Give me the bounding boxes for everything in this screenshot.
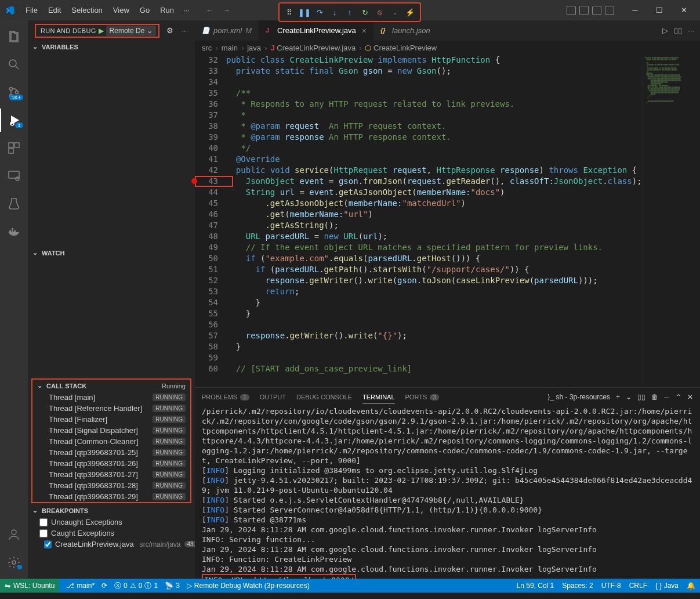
account-icon[interactable] (0, 523, 28, 546)
watch-section[interactable]: ⌄WATCH (28, 247, 195, 259)
panel-tab-ports[interactable]: PORTS3 (405, 394, 439, 400)
nav-forward-icon[interactable]: → (220, 5, 233, 16)
breadcrumb-item[interactable]: java (247, 44, 261, 52)
restart-icon[interactable]: ↻ (358, 6, 371, 19)
encoding[interactable]: UTF-8 (601, 582, 621, 590)
trash-icon[interactable]: 🗑 (651, 393, 658, 401)
git-branch[interactable]: ⎇main* (66, 582, 95, 590)
debug-config-select[interactable]: Remote De ⌄ (106, 26, 157, 36)
gear-icon[interactable]: ⚙ (166, 26, 173, 35)
breadcrumb[interactable]: src›main›java›J CreateLinkPreview.java›⬡… (195, 41, 700, 55)
testing-icon[interactable] (0, 192, 28, 215)
thread-row[interactable]: Thread [qtp399683701-27]RUNNING (32, 469, 190, 480)
debug-status[interactable]: ▷Remote Debug Watch (3p-resources) (187, 582, 310, 590)
nav-back-icon[interactable]: ← (204, 5, 216, 16)
cursor-position[interactable]: Ln 59, Col 1 (517, 582, 554, 590)
explorer-icon[interactable] (0, 25, 28, 48)
tab-CreateLinkPreview.java[interactable]: JCreateLinkPreview.java× (259, 20, 373, 41)
new-terminal-icon[interactable]: + (616, 393, 620, 401)
more-icon[interactable]: ··· (664, 393, 670, 401)
drag-handle-icon[interactable]: ⠿ (283, 6, 296, 19)
remote-indicator[interactable]: ⇋WSL: Ubuntu (0, 579, 59, 593)
close-tab-icon[interactable]: × (362, 26, 367, 35)
terminal-profile[interactable]: ⟩_ sh - 3p-resources (547, 393, 610, 401)
thread-row[interactable]: Thread [main]RUNNING (32, 392, 190, 403)
menu-view[interactable]: View (108, 3, 134, 17)
layout-icon[interactable] (592, 6, 601, 15)
menu-go[interactable]: Go (135, 3, 154, 17)
start-debug-icon[interactable]: ▶ (99, 27, 104, 35)
menu-file[interactable]: File (21, 3, 42, 17)
thread-row[interactable]: Thread [qtp399683701-28]RUNNING (32, 480, 190, 491)
source-control-icon[interactable]: 1K+ (0, 81, 28, 104)
problems-status[interactable]: ⓧ 0 ⚠ 0 ⓘ 1 (114, 581, 158, 591)
hot-reload-icon[interactable]: ⚡ (404, 6, 416, 19)
breakpoint-checkbox[interactable] (39, 529, 48, 537)
step-over-icon[interactable]: ↷ (313, 6, 326, 19)
breakpoint-row[interactable]: Uncaught Exceptions (28, 517, 195, 528)
run-icon[interactable]: ▷ (662, 26, 668, 35)
menu-selection[interactable]: Selection (67, 3, 107, 17)
breakpoint-checkbox[interactable] (39, 518, 48, 526)
breadcrumb-item[interactable]: ⬡ CreateLinkPreview (365, 44, 437, 52)
thread-row[interactable]: Thread [qtp399683701-26]RUNNING (32, 458, 190, 469)
menu-more-icon[interactable]: ··· (179, 3, 194, 17)
layout-icon[interactable] (567, 6, 576, 15)
eol[interactable]: CRLF (629, 582, 647, 590)
breadcrumb-item[interactable]: src (202, 44, 212, 52)
sync-icon[interactable]: ⟳ (101, 582, 107, 590)
run-debug-icon[interactable]: 1 (0, 109, 28, 132)
step-out-icon[interactable]: ↑ (343, 6, 356, 19)
more-icon[interactable]: ··· (688, 26, 694, 35)
layout-icon[interactable] (605, 6, 614, 15)
pause-icon[interactable]: ❚❚ (298, 6, 311, 19)
breakpoint-checkbox[interactable] (44, 540, 52, 549)
panel-tab-output[interactable]: OUTPUT (260, 394, 286, 400)
callstack-section[interactable]: ⌄CALL STACKRunning (32, 380, 190, 392)
debug-more-icon[interactable]: ⌄ (389, 6, 401, 19)
panel-tab-problems[interactable]: PROBLEMS1 (202, 394, 249, 400)
notifications-icon[interactable]: 🔔 (687, 582, 695, 590)
step-into-icon[interactable]: ↓ (328, 6, 341, 19)
tab-launch.json[interactable]: {}launch.json (373, 20, 437, 41)
ports-status[interactable]: 📡3 (165, 582, 180, 590)
breakpoint-dot-icon[interactable] (191, 178, 197, 184)
panel-tab-debug console[interactable]: DEBUG CONSOLE (296, 394, 352, 400)
variables-section[interactable]: ⌄VARIABLES (28, 41, 195, 53)
breakpoints-section[interactable]: ⌄BREAKPOINTS (28, 504, 195, 517)
indentation[interactable]: Spaces: 2 (562, 582, 593, 590)
settings-gear-icon[interactable] (0, 551, 28, 574)
disconnect-icon[interactable]: ⦸ (373, 6, 386, 19)
split-terminal-icon[interactable]: ▯▯ (637, 393, 645, 401)
terminal-dropdown-icon[interactable]: ⌄ (626, 393, 632, 401)
chevron-up-icon[interactable]: ⌃ (676, 393, 681, 401)
terminal-output[interactable]: /pierrick/.m2/repository/io/cloudevents/… (195, 406, 700, 579)
split-icon[interactable]: ▯▯ (674, 26, 682, 35)
thread-row[interactable]: Thread [Reference Handler]RUNNING (32, 403, 190, 414)
thread-row[interactable]: Thread [Signal Dispatcher]RUNNING (32, 425, 190, 436)
language-mode[interactable]: { } Java (655, 582, 679, 590)
minimize-icon[interactable]: ─ (623, 2, 647, 19)
remote-icon[interactable] (0, 164, 28, 187)
maximize-icon[interactable]: ☐ (648, 2, 671, 19)
thread-row[interactable]: Thread [qtp399683701-25]RUNNING (32, 447, 190, 458)
more-icon[interactable]: ··· (182, 26, 188, 35)
tab-pom.xml[interactable]: 📄pom.xml M (195, 20, 259, 41)
extensions-icon[interactable] (0, 136, 28, 160)
thread-row[interactable]: Thread [Finalizer]RUNNING (32, 414, 190, 425)
menu-run[interactable]: Run (155, 3, 179, 17)
breadcrumb-item[interactable]: main (222, 44, 238, 52)
menu-edit[interactable]: Edit (43, 3, 66, 17)
minimap[interactable]: ████ ████ ██████████████ ██████████ ████… (642, 55, 700, 387)
thread-row[interactable]: Thread [qtp399683701-29]RUNNING (32, 491, 190, 502)
breakpoint-row[interactable]: CreateLinkPreview.javasrc/main/java43 (28, 539, 195, 550)
breakpoint-row[interactable]: Caught Exceptions (28, 528, 195, 539)
layout-icon[interactable] (579, 6, 589, 15)
panel-tab-terminal[interactable]: TERMINAL (362, 394, 395, 403)
docker-icon[interactable] (0, 220, 28, 243)
close-icon[interactable]: ✕ (672, 2, 695, 19)
code-editor[interactable]: 3233343536373839404142434445464748495051… (195, 55, 700, 387)
search-icon[interactable] (0, 53, 28, 76)
breadcrumb-item[interactable]: J CreateLinkPreview.java (270, 44, 356, 52)
thread-row[interactable]: Thread [Common-Cleaner]RUNNING (32, 436, 190, 447)
